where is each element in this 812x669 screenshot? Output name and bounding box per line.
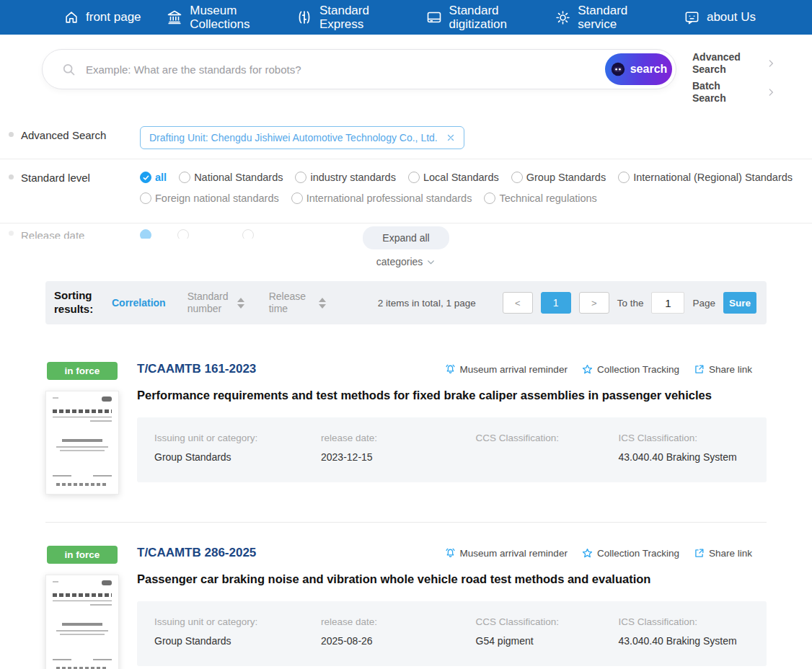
meta-release-date: release date: 2023-12-15 <box>321 433 476 463</box>
search-side-links: Advanced Search Batch Search <box>692 49 776 104</box>
meta-ics: ICS Classification: 43.040.40 Braking Sy… <box>619 616 750 647</box>
page-word-label: Page <box>692 298 715 309</box>
robot-icon <box>610 61 626 77</box>
bullet-icon <box>9 231 14 236</box>
radio-international-regional-standards[interactable]: International (Regional) Standards <box>618 172 793 183</box>
top-nav: front page Museum Collections Standard E… <box>0 0 812 35</box>
radio-icon <box>484 192 495 204</box>
meta-release-date: release date: 2025-08-26 <box>321 616 476 647</box>
sure-button[interactable]: Sure <box>723 292 756 314</box>
prev-page-button[interactable]: < <box>503 292 533 314</box>
nav-label: Museum Collections <box>190 4 270 31</box>
museum-arrival-reminder-link[interactable]: Museum arrival reminder <box>444 363 568 376</box>
digitization-icon <box>425 9 443 26</box>
radio-icon <box>140 192 151 204</box>
radio-icon <box>511 172 523 183</box>
collection-tracking-link[interactable]: Collection Tracking <box>581 547 679 559</box>
nav-label: Standard digitization <box>449 4 530 31</box>
result-item: in force T/CAAMTB 161-2023 <box>45 324 767 509</box>
radio-group-standards[interactable]: Group Standards <box>511 172 606 183</box>
share-link[interactable]: Share link <box>693 547 752 559</box>
result-actions: Museum arrival reminder Collection Track… <box>444 547 752 559</box>
express-icon <box>296 9 313 26</box>
batch-search-label: Batch Search <box>692 80 749 104</box>
filter-tag-text: Drafting Unit: Chengdu Jishiwei Automoti… <box>149 132 438 143</box>
standard-level-row: Standard level all National Standards in… <box>0 159 812 223</box>
collection-tracking-link[interactable]: Collection Tracking <box>581 363 679 376</box>
radio-icon <box>291 192 303 204</box>
radio-icon <box>177 229 189 239</box>
filter-tag-drafting-unit: Drafting Unit: Chengdu Jishiwei Automoti… <box>140 126 464 149</box>
nav-item-front-page[interactable]: front page <box>63 9 141 25</box>
metadata-panel: Issuing unit or category: Group Standard… <box>137 601 767 666</box>
radio-icon <box>295 172 306 183</box>
radio-international-professional-standards[interactable]: International professional standards <box>291 192 472 204</box>
advanced-search-label: Advanced Search <box>692 51 749 75</box>
star-icon <box>581 547 593 559</box>
metadata-panel: Issuing unit or category: Group Standard… <box>137 417 767 482</box>
sort-by-release-time[interactable]: Release time <box>269 291 326 315</box>
search-button[interactable]: search <box>605 53 672 85</box>
search-box: search <box>42 49 676 89</box>
next-page-button[interactable]: > <box>579 292 609 314</box>
meta-ccs: CCS Classification: <box>476 433 619 463</box>
radio-all[interactable]: all <box>140 172 167 183</box>
star-icon <box>581 363 593 376</box>
search-button-label: search <box>630 63 668 76</box>
about-icon <box>684 9 700 26</box>
standard-level-label: Standard level <box>21 169 129 184</box>
radio-technical-regulations[interactable]: Technical regulations <box>484 192 596 204</box>
document-thumbnail[interactable] <box>45 575 119 669</box>
batch-search-link[interactable]: Batch Search <box>692 80 776 104</box>
document-thumbnail[interactable] <box>45 391 119 495</box>
level-options-row-2: Foreign national standards International… <box>140 192 793 204</box>
release-date-row-clipped: Release date <box>0 229 433 239</box>
pagination-summary: 2 items in total, 1 page <box>378 298 476 309</box>
search-icon <box>61 62 76 77</box>
standard-code-link[interactable]: T/CAAMTB 161-2023 <box>137 362 256 376</box>
result-header: T/CAAMTB 161-2023 Museum arrival reminde… <box>137 362 767 376</box>
radio-foreign-national-standards[interactable]: Foreign national standards <box>140 192 279 204</box>
status-badge: in force <box>47 362 118 380</box>
nav-item-about-us[interactable]: about Us <box>684 9 756 26</box>
search-input[interactable] <box>76 63 676 76</box>
page-number-input[interactable] <box>651 292 684 314</box>
pagination: 2 items in total, 1 page < 1 > To the Pa… <box>378 292 756 314</box>
chevron-down-icon <box>426 257 436 267</box>
bell-icon <box>444 547 456 559</box>
sort-by-standard-number[interactable]: Standard number <box>187 291 244 315</box>
share-link[interactable]: Share link <box>693 363 752 376</box>
radio-icon <box>618 172 630 183</box>
bullet-icon <box>9 174 14 180</box>
radio-icon <box>179 172 190 183</box>
result-body: T/CAAMTB 161-2023 Museum arrival reminde… <box>137 362 767 495</box>
nav-item-museum-collections[interactable]: Museum Collections <box>166 4 270 31</box>
level-options-row-1: all National Standards industry standard… <box>140 172 793 183</box>
radio-icon <box>242 229 254 239</box>
chevron-right-icon <box>766 87 776 97</box>
advanced-search-link[interactable]: Advanced Search <box>692 51 776 75</box>
standard-code-link[interactable]: T/CAAMTB 286-2025 <box>137 546 256 560</box>
close-icon[interactable] <box>446 133 455 142</box>
standard-title-link[interactable]: Performance requirements and test method… <box>137 389 767 402</box>
result-actions: Museum arrival reminder Collection Track… <box>444 363 752 376</box>
sorting-heading: Sorting results: <box>54 289 102 316</box>
nav-item-standard-service[interactable]: Standard service <box>555 4 658 31</box>
sorting-bar: Sorting results: Correlation Standard nu… <box>45 281 767 324</box>
home-icon <box>63 9 79 25</box>
sort-by-correlation[interactable]: Correlation <box>112 297 166 309</box>
nav-item-standard-express[interactable]: Standard Express <box>296 4 400 31</box>
standard-title-link[interactable]: Passenger car braking noise and vibratio… <box>137 572 767 586</box>
radio-checked-icon <box>140 229 151 239</box>
meta-issuing: Issuing unit or category: Group Standard… <box>154 616 321 647</box>
radio-national-standards[interactable]: National Standards <box>179 172 283 183</box>
museum-icon <box>166 9 183 26</box>
radio-local-standards[interactable]: Local Standards <box>408 172 499 183</box>
radio-industry-standards[interactable]: industry standards <box>295 172 395 183</box>
page-1-button[interactable]: 1 <box>541 292 571 314</box>
categories-toggle[interactable]: categories <box>376 256 436 267</box>
result-item: in force T/CAAMTB 286-2025 <box>45 522 767 669</box>
nav-item-standard-digitization[interactable]: Standard digitization <box>425 4 530 31</box>
museum-arrival-reminder-link[interactable]: Museum arrival reminder <box>444 547 568 559</box>
share-icon <box>693 363 705 376</box>
